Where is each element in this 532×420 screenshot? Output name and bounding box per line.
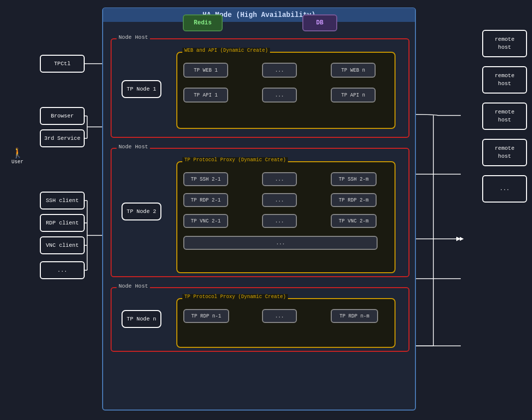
ha-title: HA Mode (High Availability) <box>103 8 415 22</box>
protocol-box-1: TP Protocol Proxy (Dynamic Create) TP SS… <box>176 161 396 273</box>
rdp-client-label: RDP client <box>46 220 79 226</box>
tp-node-n-label: TP Node n <box>127 316 156 322</box>
tp-ssh-2-m: TP SSH 2-m <box>331 172 377 186</box>
tpctl-label: TPCtl <box>54 61 70 67</box>
ssh-client-box: SSH client <box>40 192 85 210</box>
remote-host-5: ... <box>482 175 527 203</box>
user-icon-area: 🚶 User <box>7 147 27 165</box>
tp-rdp-2-m: TP RDP 2-m <box>331 193 377 207</box>
protocol-box-2: TP Protocol Proxy (Dynamic Create) TP RD… <box>176 298 396 348</box>
tp-web-1: TP WEB 1 <box>183 63 228 78</box>
remote-host-1: remotehost <box>482 30 527 57</box>
node-host-3: Node Host TP Node n TP Protocol Proxy (D… <box>111 287 409 352</box>
redis-box: Redis <box>183 14 223 31</box>
tp-node-2-box: TP Node 2 <box>122 203 161 220</box>
browser-label: Browser <box>51 113 74 119</box>
node-host-1-label: Node Host <box>117 34 150 40</box>
db-label: DB <box>316 19 323 26</box>
svg-marker-15 <box>460 237 464 241</box>
redis-label: Redis <box>194 19 212 26</box>
user-label: User <box>11 159 23 165</box>
protocol-2-title: TP Protocol Proxy (Dynamic Create) <box>182 294 288 300</box>
remote-host-4-label: remotehost <box>495 145 515 160</box>
ellipsis-label: ... <box>57 267 67 273</box>
node-host-1: Node Host TP Node 1 WEB and API (Dynamic… <box>111 38 409 138</box>
ellipsis-box: ... <box>40 261 85 279</box>
diagram-container: TPCtl Browser 3rd Service SSH client RDP… <box>0 0 532 420</box>
ha-mode-box: HA Mode (High Availability) Redis DB Nod… <box>102 7 416 411</box>
tp-rdp-n-dots: ... <box>262 309 297 323</box>
remote-hosts-panel: remotehost remotehost remotehost remoteh… <box>482 30 527 211</box>
tp-rdp-n-1: TP RDP n-1 <box>183 309 229 323</box>
tp-node-1-box: TP Node 1 <box>122 80 161 98</box>
remote-host-2-label: remotehost <box>495 72 515 88</box>
left-panel: TPCtl Browser 3rd Service SSH client RDP… <box>10 0 85 420</box>
tp-vnc-2-1: TP VNC 2-1 <box>183 214 228 228</box>
remote-host-3-label: remotehost <box>495 108 515 124</box>
tp-rdp-2-1: TP RDP 2-1 <box>183 193 228 207</box>
third-service-label: 3rd Service <box>44 135 81 141</box>
vnc-client-box: VNC client <box>40 236 85 254</box>
tp-vnc-2-m: TP VNC 2-m <box>331 214 377 228</box>
tp-api-1: TP API 1 <box>183 88 228 103</box>
web-api-title: WEB and API (Dynamic Create) <box>182 48 270 53</box>
web-api-box: WEB and API (Dynamic Create) TP WEB 1 ..… <box>176 52 396 129</box>
db-box: DB <box>302 14 337 31</box>
node-host-2: Node Host TP Node 2 TP Protocol Proxy (D… <box>111 148 409 277</box>
tp-node-n-box: TP Node n <box>122 310 161 328</box>
browser-box: Browser <box>40 107 85 125</box>
protocol-1-title: TP Protocol Proxy (Dynamic Create) <box>182 157 288 163</box>
user-figure: 🚶 <box>7 147 27 159</box>
tp-rdp-n-m: TP RDP n-m <box>331 309 378 323</box>
remote-host-5-label: ... <box>500 185 510 193</box>
remote-host-3: remotehost <box>482 103 527 130</box>
ssh-client-label: SSH client <box>46 198 79 204</box>
node-host-3-label: Node Host <box>117 283 150 289</box>
tp-rdp-dots: ... <box>262 193 297 207</box>
tp-api-n: TP API n <box>331 88 376 103</box>
third-service-box: 3rd Service <box>40 129 85 147</box>
tp-web-dots: ... <box>262 63 297 78</box>
remote-host-4: remotehost <box>482 139 527 166</box>
tp-ssh-2-1: TP SSH 2-1 <box>183 172 228 186</box>
tp-web-n: TP WEB n <box>331 63 376 78</box>
rdp-client-box: RDP client <box>40 214 85 232</box>
tp-extra-dots: ... <box>183 236 378 250</box>
tpctl-box: TPCtl <box>40 55 85 73</box>
tp-ssh-dots: ... <box>262 172 297 186</box>
tp-vnc-dots: ... <box>262 214 297 228</box>
remote-host-1-label: remotehost <box>495 36 515 51</box>
tp-api-dots: ... <box>262 88 297 103</box>
remote-host-2: remotehost <box>482 66 527 94</box>
vnc-client-label: VNC client <box>46 242 79 248</box>
tp-node-1-label: TP Node 1 <box>127 86 156 92</box>
tp-node-2-label: TP Node 2 <box>127 209 156 214</box>
node-host-2-label: Node Host <box>117 144 150 150</box>
